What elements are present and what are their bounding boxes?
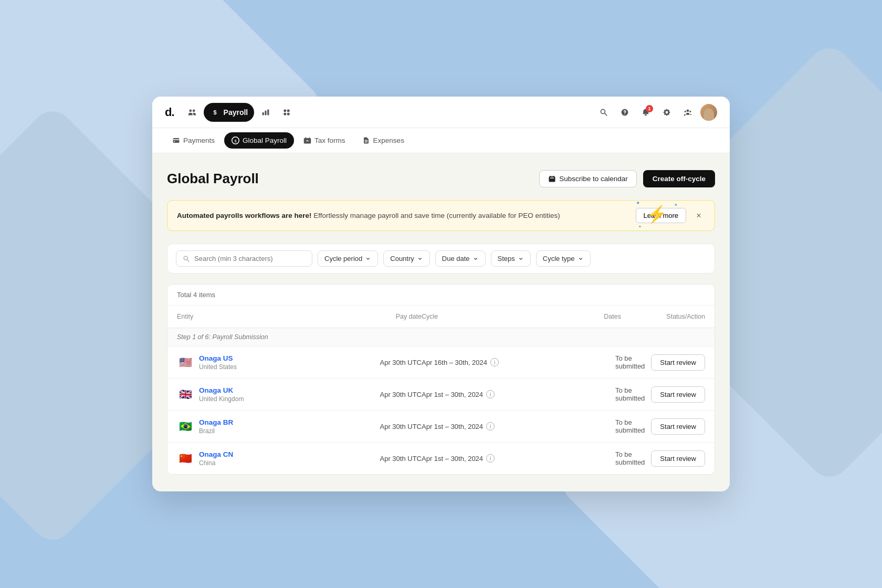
start-review-button-uk[interactable]: Start review	[651, 386, 705, 403]
total-items-label: Total 4 items	[167, 285, 715, 306]
chevron-down-icon-5	[578, 256, 584, 262]
col-header-cycle: Cycle	[422, 311, 537, 322]
cycle-uk: Apr 1st – 30th, 2024 i	[422, 390, 537, 398]
status-cn: To be submitted	[615, 450, 645, 466]
nav-grid[interactable]	[277, 103, 296, 122]
entity-info-uk: Onaga UK United Kingdom	[199, 386, 244, 403]
status-uk: To be submitted	[615, 386, 645, 402]
calendar-icon	[548, 175, 556, 183]
team-button[interactable]	[679, 104, 696, 121]
cycle-period-label: Cycle period	[324, 255, 362, 262]
filters-bar: Cycle period Country Due date Steps	[167, 244, 715, 274]
cycle-info-icon-br[interactable]: i	[486, 422, 495, 430]
learn-more-label: Learn more	[644, 212, 678, 219]
team-icon	[684, 108, 692, 117]
nav-payroll-label: Payroll	[224, 108, 248, 117]
help-icon	[621, 108, 629, 117]
notifications-button[interactable]: 1	[637, 104, 654, 121]
subscribe-calendar-button[interactable]: Subscribe to calendar	[539, 170, 637, 187]
search-input[interactable]	[194, 255, 306, 262]
svg-text:$: $	[234, 139, 237, 143]
banner-strong: Automated payrolls workflows are here!	[177, 212, 312, 219]
star-3: ✦	[638, 225, 642, 229]
create-off-cycle-label: Create off-cycle	[653, 175, 706, 183]
people-icon	[188, 108, 196, 117]
subnav-global-payroll[interactable]: $ Global Payroll	[224, 132, 294, 149]
subnav-global-payroll-label: Global Payroll	[243, 136, 287, 144]
entity-country-br: Brazil	[199, 427, 233, 435]
entity-name-us[interactable]: Onaga US	[199, 354, 237, 362]
paydate-cn: Apr 30th UTC	[338, 455, 422, 463]
help-button[interactable]	[616, 104, 633, 121]
entity-country-cn: China	[199, 459, 233, 467]
subnav-payments[interactable]: Payments	[165, 132, 222, 149]
start-review-button-us[interactable]: Start review	[651, 354, 705, 371]
search-box-icon	[183, 255, 190, 262]
cycle-info-icon-uk[interactable]: i	[486, 390, 495, 398]
search-button[interactable]	[595, 104, 612, 121]
avatar[interactable]	[700, 104, 717, 121]
percent-icon	[303, 136, 311, 144]
entity-name-br[interactable]: Onaga BR	[199, 418, 233, 426]
entity-name-cn[interactable]: Onaga CN	[199, 450, 233, 458]
chevron-down-icon-3	[472, 256, 479, 262]
nav-chart[interactable]	[256, 103, 275, 122]
chart-icon	[261, 108, 270, 117]
announcement-banner: Automated payrolls workflows are here! E…	[167, 200, 715, 231]
chevron-down-icon	[365, 256, 371, 262]
cycle-period-filter[interactable]: Cycle period	[318, 250, 378, 267]
cycle-info-icon-cn[interactable]: i	[486, 454, 495, 463]
subscribe-calendar-label: Subscribe to calendar	[559, 175, 628, 183]
paydate-br: Apr 30th UTC	[338, 423, 422, 430]
learn-more-button[interactable]: Learn more	[636, 208, 686, 223]
star-2: ✦	[674, 203, 678, 207]
top-nav: d. $ Payroll	[152, 97, 730, 128]
banner-close-button[interactable]: ×	[692, 209, 705, 222]
cycle-info-icon-us[interactable]: i	[490, 358, 499, 366]
search-box[interactable]	[176, 250, 312, 267]
entity-name-uk[interactable]: Onaga UK	[199, 386, 244, 394]
create-off-cycle-button[interactable]: Create off-cycle	[643, 170, 715, 187]
nav-people[interactable]	[183, 103, 202, 122]
close-icon: ×	[696, 211, 701, 220]
page-header: Global Payroll Subscribe to calendar Cre…	[167, 170, 715, 187]
subnav-expenses[interactable]: Expenses	[355, 132, 412, 149]
due-date-label: Due date	[442, 255, 470, 262]
flag-uk: 🇬🇧	[177, 386, 194, 403]
start-review-button-br[interactable]: Start review	[651, 418, 705, 435]
steps-filter[interactable]: Steps	[491, 250, 531, 267]
action-cell-br: To be submitted Start review	[621, 418, 705, 435]
entity-info-cn: Onaga CN China	[199, 450, 233, 467]
entity-info-br: Onaga BR Brazil	[199, 418, 233, 435]
nav-payroll[interactable]: $ Payroll	[204, 103, 255, 122]
app-logo[interactable]: d.	[165, 106, 174, 119]
due-date-filter[interactable]: Due date	[435, 250, 486, 267]
notification-count: 1	[646, 105, 653, 112]
page-title: Global Payroll	[167, 171, 259, 187]
right-nav-icons: 1	[595, 104, 717, 121]
settings-button[interactable]	[658, 104, 675, 121]
table-row: 🇧🇷 Onaga BR Brazil Apr 30th UTC Apr 1st …	[167, 411, 715, 443]
country-filter[interactable]: Country	[383, 250, 430, 267]
entity-cell-cn: 🇨🇳 Onaga CN China	[177, 450, 338, 467]
col-header-entity: Entity	[177, 311, 338, 322]
app-window: d. $ Payroll	[152, 97, 730, 491]
status-br: To be submitted	[615, 418, 645, 434]
entity-cell-uk: 🇬🇧 Onaga UK United Kingdom	[177, 386, 338, 403]
table-row: 🇺🇸 Onaga US United States Apr 30th UTC A…	[167, 346, 715, 379]
gear-icon	[663, 108, 671, 117]
col-header-paydate: Pay date	[338, 311, 422, 322]
star-1: ✦	[636, 200, 640, 206]
col-header-dates: Dates	[537, 311, 621, 322]
grid-icon	[282, 108, 291, 117]
subnav-tax-forms[interactable]: Tax forms	[296, 132, 353, 149]
search-icon	[600, 108, 608, 117]
action-cell-uk: To be submitted Start review	[621, 386, 705, 403]
cycle-br: Apr 1st – 30th, 2024 i	[422, 422, 537, 430]
entity-cell-us: 🇺🇸 Onaga US United States	[177, 354, 338, 371]
cycle-type-filter[interactable]: Cycle type	[536, 250, 591, 267]
table-row: 🇨🇳 Onaga CN China Apr 30th UTC Apr 1st –…	[167, 443, 715, 474]
start-review-button-cn[interactable]: Start review	[651, 450, 705, 467]
subnav-payments-label: Payments	[183, 136, 215, 144]
subnav-expenses-label: Expenses	[373, 136, 404, 144]
